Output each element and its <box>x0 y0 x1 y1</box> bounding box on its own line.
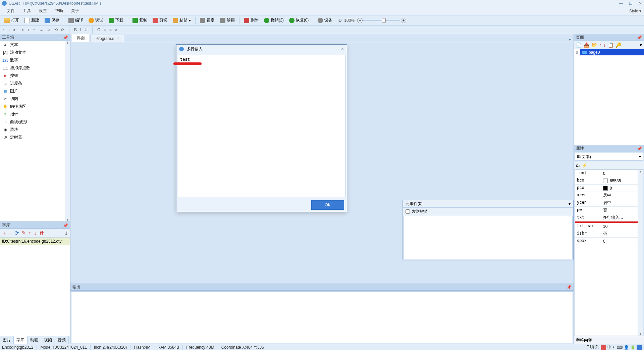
undo-button[interactable]: 撤销(2) <box>262 16 286 24</box>
font-up-button[interactable]: ↑ <box>29 230 31 236</box>
status-punct-icon[interactable]: •, <box>613 345 615 350</box>
new-button[interactable]: 新建 <box>22 16 42 24</box>
output-body[interactable] <box>71 291 573 343</box>
align-c-button[interactable]: ⫠ <box>40 28 44 32</box>
multiline-textarea[interactable] <box>180 57 343 195</box>
cut-button[interactable]: 剪切 <box>150 16 170 24</box>
bold-button[interactable]: B <box>74 28 77 32</box>
font-row[interactable]: ID:0 test(h:16,encode:gb2312,qty: <box>0 238 70 245</box>
tab-fonts[interactable]: 字库 <box>14 336 28 344</box>
tab-programs[interactable]: Program.s× <box>91 35 124 42</box>
prop-value-xcen[interactable]: 居中 <box>601 192 643 199</box>
prop-value-txt[interactable]: 多行输入…▾ <box>601 214 643 221</box>
status-battery-icon[interactable]: 🔋 <box>630 345 635 350</box>
dialog-titlebar[interactable]: 多行输入 — ✕ <box>176 45 347 53</box>
align-d-button[interactable]: ⫡ <box>47 28 51 32</box>
rotate-left-button[interactable]: ⟲ <box>54 28 58 32</box>
font-remove-button[interactable]: − <box>8 230 11 236</box>
device-button[interactable]: 设备 <box>315 16 335 24</box>
zoom-out-button[interactable]: − <box>357 18 363 23</box>
property-object-select[interactable]: t0(文本) ▾ <box>575 153 643 161</box>
compile-button[interactable]: 编译 <box>66 16 86 24</box>
align-b-button[interactable]: ⫟ <box>32 28 36 32</box>
font-add-button[interactable]: + <box>3 230 6 236</box>
color-button[interactable]: C <box>97 28 100 32</box>
status-zh-icon[interactable]: 中 <box>607 344 611 350</box>
pin-icon[interactable]: 📌 <box>637 35 642 40</box>
page-copy-button[interactable]: 📋 <box>608 42 613 48</box>
lock-button[interactable]: 锁定 <box>198 16 217 24</box>
font-delete-button[interactable]: 🗑 <box>39 230 45 236</box>
font-refresh-button[interactable]: ⟳ <box>14 230 19 236</box>
tool-pointer[interactable]: ↖指针 <box>0 110 70 118</box>
delete-button[interactable]: 删除 <box>241 16 261 24</box>
prop-value-pco[interactable]: 0 <box>601 185 643 192</box>
align-down-button[interactable]: ↓ <box>8 28 10 32</box>
save-button[interactable]: 保存 <box>42 16 62 24</box>
tab-display[interactable]: 界面 <box>72 34 90 42</box>
menu-help[interactable]: 帮助 <box>51 8 67 14</box>
justify2-button[interactable]: ≡ <box>109 28 112 32</box>
status-tool-icon[interactable] <box>637 345 642 350</box>
tab-video[interactable]: 视频 <box>41 336 55 344</box>
prop-az-button[interactable]: ⚡ <box>582 163 587 168</box>
prop-value-font[interactable]: 0 <box>601 170 643 177</box>
menu-tools[interactable]: 工具 <box>19 8 35 14</box>
pin-icon[interactable]: 📌 <box>637 146 642 151</box>
align-left-button[interactable]: ⇤ <box>13 28 17 32</box>
close-icon[interactable]: × <box>117 36 119 41</box>
zoom-in-button[interactable]: + <box>401 18 406 23</box>
pin-icon[interactable]: 📌 <box>63 223 68 228</box>
prop-scrollbar[interactable] <box>638 170 643 336</box>
chevron-down-icon[interactable]: ▾ <box>640 42 642 48</box>
pin-icon[interactable]: 📌 <box>63 35 68 40</box>
page-down-button[interactable]: ↓ <box>603 42 606 48</box>
status-keyboard-icon[interactable]: ⌨ <box>617 345 623 350</box>
debug-button[interactable]: 调试 <box>86 16 106 24</box>
justify-button[interactable]: ≡ <box>104 28 106 32</box>
page-insert-button[interactable]: 📥 <box>584 42 589 48</box>
page-add-button[interactable]: 📄 <box>576 42 582 48</box>
tool-float[interactable]: 1.1虚拟浮点数 <box>0 64 70 72</box>
toolbox-scrollbar[interactable] <box>65 41 70 221</box>
tool-number[interactable]: 123数字 <box>0 56 70 64</box>
align-a-button[interactable]: ⫞ <box>27 28 29 32</box>
status-user-icon[interactable]: 👤 <box>624 345 629 350</box>
rotate-right-button[interactable]: ⟳ <box>61 28 64 32</box>
prop-cat-button[interactable]: 🗂 <box>576 163 580 168</box>
unlock-button[interactable]: 解锁 <box>218 16 237 24</box>
tool-slider[interactable]: ◉滑块 <box>0 126 70 134</box>
prop-value-spax[interactable]: 0 <box>601 238 643 245</box>
prop-value-bco[interactable]: 65535 <box>601 177 643 184</box>
prop-value-isbr[interactable]: 否 <box>601 230 643 237</box>
tool-progress[interactable]: ▭进度条 <box>0 80 70 87</box>
font-edit-button[interactable]: ✎ <box>21 230 26 236</box>
chevron-down-icon[interactable]: ▾ <box>569 202 571 206</box>
menu-settings[interactable]: 设置 <box>35 8 51 14</box>
menu-about[interactable]: 关于 <box>67 8 83 14</box>
close-button[interactable]: ✕ <box>639 1 642 6</box>
tool-crop[interactable]: ✂切图 <box>0 95 70 103</box>
prop-value-pw[interactable]: 否 <box>601 207 643 214</box>
tool-hotspot[interactable]: ✋触摸热区 <box>0 103 70 110</box>
maximize-button[interactable]: ☐ <box>629 1 633 6</box>
dialog-minimize-button[interactable]: — <box>331 47 335 51</box>
page-key-button[interactable]: 🔑 <box>615 42 621 48</box>
tool-waveform[interactable]: 〰曲线/波形 <box>0 118 70 126</box>
tabs-dropdown-icon[interactable]: ▾ <box>569 37 571 42</box>
ok-button[interactable]: OK <box>311 200 344 210</box>
underline-button[interactable]: U <box>85 28 88 32</box>
tool-scrolltext[interactable]: [A]滚动文本 <box>0 49 70 56</box>
events-body[interactable] <box>404 216 573 259</box>
tab-pictures[interactable]: 图片 <box>0 336 14 344</box>
font-down-button[interactable]: ↓ <box>34 230 37 236</box>
dialog-close-button[interactable]: ✕ <box>341 47 344 51</box>
tab-anim[interactable]: 动画 <box>28 336 41 344</box>
clear-button[interactable]: × <box>115 28 117 32</box>
zoom-slider[interactable] <box>363 20 400 21</box>
open-button[interactable]: 打开 <box>2 16 21 24</box>
tool-picture[interactable]: ▦图片 <box>0 87 70 95</box>
download-button[interactable]: 下载 <box>106 16 126 24</box>
pin-icon[interactable]: 📌 <box>567 285 572 290</box>
sendkey-checkbox[interactable] <box>406 209 410 214</box>
